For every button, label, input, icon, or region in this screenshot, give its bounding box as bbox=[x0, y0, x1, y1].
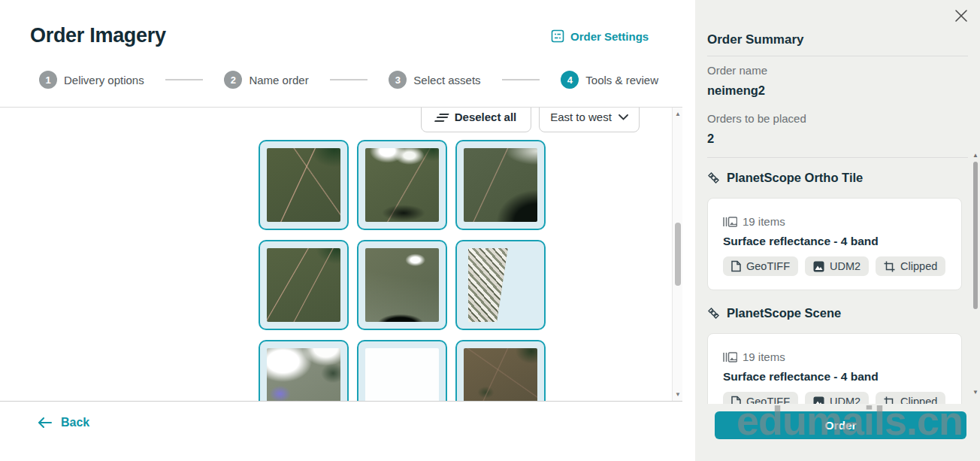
sort-order-value: East to west bbox=[550, 111, 612, 123]
order-settings-button[interactable]: Order Settings bbox=[551, 29, 649, 43]
assets-scroll-area: Deselect all East to west ▲ ▼ bbox=[0, 107, 682, 401]
crop-icon bbox=[884, 396, 895, 405]
close-icon[interactable] bbox=[954, 8, 970, 25]
section-card: 19 itemsSurface reflectance - 4 bandGeoT… bbox=[707, 198, 962, 290]
footer-divider bbox=[0, 401, 682, 402]
image-stack-icon bbox=[723, 352, 737, 362]
items-count: 19 items bbox=[743, 215, 785, 228]
section-title: PlanetScope Scene bbox=[727, 306, 841, 320]
stepper-step-tools-review[interactable]: 4Tools & review bbox=[561, 71, 658, 89]
field-value: neimeng2 bbox=[707, 83, 806, 98]
deselect-all-icon bbox=[434, 111, 450, 123]
section-card: 19 itemsSurface reflectance - 4 bandGeoT… bbox=[707, 333, 962, 404]
chip-udm2: UDM2 bbox=[805, 392, 869, 404]
step-number: 2 bbox=[224, 71, 242, 89]
order-section-planetscope-ortho-tile: PlanetScope Ortho Tile19 itemsSurface re… bbox=[707, 171, 973, 290]
thumbnail-tile[interactable] bbox=[357, 240, 447, 330]
scroll-down-icon[interactable]: ▼ bbox=[972, 390, 978, 396]
order-section-planetscope-scene: PlanetScope Scene19 itemsSurface reflect… bbox=[707, 306, 973, 404]
product-name: Surface reflectance - 4 band bbox=[723, 235, 946, 248]
chip-label: UDM2 bbox=[830, 396, 861, 404]
order-summary-fields: Order nameneimeng2Orders to be placed2 bbox=[707, 64, 806, 146]
deselect-all-button[interactable]: Deselect all bbox=[421, 107, 531, 132]
order-button[interactable]: Order bbox=[715, 411, 966, 439]
chip-label: GeoTIFF bbox=[746, 260, 790, 272]
order-summary-panel: Order Summary Order nameneimeng2Orders t… bbox=[695, 0, 980, 461]
order-summary-title: Order Summary bbox=[707, 32, 804, 47]
order-settings-label: Order Settings bbox=[570, 30, 649, 43]
asset-chips: GeoTIFFUDM2Clipped bbox=[723, 256, 946, 276]
main-scrollbar[interactable]: ▲ ▼ bbox=[672, 108, 682, 401]
order-imagery-page: Order Imagery Order Settings 1Delivery o… bbox=[0, 0, 980, 461]
field-value: 2 bbox=[707, 132, 806, 146]
satellite-thumbnail-image bbox=[267, 348, 340, 401]
sidebar-scrollbar-thumb[interactable] bbox=[973, 162, 978, 309]
scroll-up-icon[interactable]: ▲ bbox=[972, 153, 978, 159]
chip-geotiff: GeoTIFF bbox=[723, 256, 798, 276]
sort-order-select[interactable]: East to west bbox=[539, 107, 640, 132]
step-label: Select assets bbox=[413, 74, 480, 86]
step-number: 1 bbox=[39, 71, 57, 89]
file-icon bbox=[731, 396, 741, 404]
chevron-down-icon bbox=[619, 114, 628, 120]
field-label: Orders to be placed bbox=[707, 112, 806, 125]
section-title: PlanetScope Ortho Tile bbox=[727, 171, 863, 185]
stepper-step-name-order[interactable]: 2Name order bbox=[224, 71, 308, 89]
step-label: Delivery options bbox=[64, 74, 144, 86]
divider bbox=[707, 56, 968, 56]
satellite-thumbnail-image bbox=[464, 348, 537, 401]
stepper-dash bbox=[165, 79, 204, 80]
thumbnail-tile[interactable] bbox=[455, 140, 546, 230]
satellite-thumbnail-image bbox=[267, 148, 340, 222]
summary-field: Orders to be placed2 bbox=[707, 112, 806, 146]
thumbnail-tile[interactable] bbox=[357, 340, 447, 401]
satellite-thumbnail-image bbox=[464, 248, 537, 322]
udm-mask-icon bbox=[813, 396, 824, 405]
stepper: 1Delivery options2Name order3Select asse… bbox=[39, 71, 658, 89]
stepper-step-select-assets[interactable]: 3Select assets bbox=[389, 71, 480, 89]
thumbnail-tile[interactable] bbox=[259, 340, 349, 401]
stepper-step-delivery-options[interactable]: 1Delivery options bbox=[39, 71, 144, 89]
stepper-dash bbox=[502, 79, 540, 80]
chip-label: Clipped bbox=[900, 260, 937, 272]
items-count-row: 19 items bbox=[723, 350, 946, 363]
crop-icon bbox=[884, 261, 895, 272]
thumbnail-tile[interactable] bbox=[455, 340, 546, 401]
order-sections-scroll-area: PlanetScope Ortho Tile19 itemsSurface re… bbox=[695, 158, 973, 404]
satellite-thumbnail-image bbox=[365, 348, 439, 401]
thumbnail-tile[interactable] bbox=[455, 240, 546, 330]
asset-chips: GeoTIFFUDM2Clipped bbox=[723, 392, 946, 404]
chip-label: UDM2 bbox=[830, 260, 861, 272]
satellite-thumbnail-image bbox=[365, 148, 439, 222]
main-panel: Order Imagery Order Settings 1Delivery o… bbox=[0, 0, 682, 461]
section-heading: PlanetScope Scene bbox=[707, 306, 973, 320]
back-button[interactable]: Back bbox=[38, 416, 89, 429]
udm-mask-icon bbox=[813, 261, 824, 272]
satellite-thumbnail-image bbox=[464, 148, 537, 222]
chip-label: GeoTIFF bbox=[746, 396, 790, 404]
chip-udm2: UDM2 bbox=[805, 256, 869, 276]
step-number: 4 bbox=[561, 71, 579, 89]
scroll-up-icon[interactable]: ▲ bbox=[673, 111, 682, 117]
field-label: Order name bbox=[707, 64, 806, 77]
order-settings-icon bbox=[551, 29, 564, 43]
stepper-dash bbox=[330, 79, 368, 80]
thumbnail-tile[interactable] bbox=[259, 140, 349, 230]
step-label: Name order bbox=[249, 74, 308, 86]
deselect-all-label: Deselect all bbox=[455, 111, 517, 123]
items-count: 19 items bbox=[743, 350, 785, 363]
page-title: Order Imagery bbox=[30, 24, 166, 47]
thumbnail-tile[interactable] bbox=[259, 240, 349, 330]
scroll-down-icon[interactable]: ▼ bbox=[673, 392, 682, 398]
chip-clipped: Clipped bbox=[876, 392, 945, 404]
back-label: Back bbox=[61, 416, 89, 429]
satellite-thumbnail-image bbox=[267, 248, 340, 322]
thumbnail-tile[interactable] bbox=[357, 140, 447, 230]
back-arrow-icon bbox=[38, 417, 52, 428]
step-number: 3 bbox=[389, 71, 407, 89]
step-label: Tools & review bbox=[585, 74, 658, 86]
satellite-icon bbox=[707, 307, 720, 320]
image-stack-icon bbox=[723, 217, 737, 227]
file-icon bbox=[731, 260, 741, 272]
main-scrollbar-thumb[interactable] bbox=[675, 223, 681, 286]
